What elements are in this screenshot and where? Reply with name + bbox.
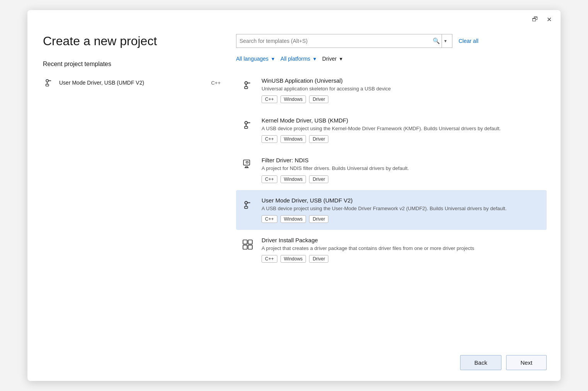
platform-filter-chevron: ▾ xyxy=(313,56,316,62)
language-filter[interactable]: All languages ▾ xyxy=(236,54,274,63)
tag-driver-0: Driver xyxy=(309,95,328,103)
svg-point-0 xyxy=(46,80,48,82)
tag-cpp-4: C++ xyxy=(262,255,277,263)
search-button[interactable]: 🔍 xyxy=(431,37,442,44)
templates-list: WinUSB Application (Universal) Universal… xyxy=(236,70,547,347)
template-desc-4: A project that creates a driver package … xyxy=(262,245,542,252)
template-info-3: User Mode Driver, USB (UMDF V2) A USB de… xyxy=(262,197,542,223)
template-name-4: Driver Install Package xyxy=(262,237,542,243)
template-tags-3: C++ Windows Driver xyxy=(262,215,542,223)
template-tags-0: C++ Windows Driver xyxy=(262,95,542,103)
tag-driver-1: Driver xyxy=(309,135,328,143)
type-filter-label: Driver xyxy=(322,56,336,62)
search-input[interactable] xyxy=(240,38,431,44)
svg-rect-7 xyxy=(245,87,248,88)
template-desc-0: Universal application skeleton for acces… xyxy=(262,85,542,92)
platform-filter[interactable]: All platforms ▾ xyxy=(280,54,316,63)
tag-windows-3: Windows xyxy=(280,215,306,223)
clear-all-button[interactable]: Clear all xyxy=(459,38,478,44)
template-item-4[interactable]: Driver Install Package A project that cr… xyxy=(236,230,547,270)
filter-row: All languages ▾ All platforms ▾ Driver ▾ xyxy=(236,54,547,63)
template-name-2: Filter Driver: NDIS xyxy=(262,157,542,163)
template-item-1[interactable]: Kernel Mode Driver, USB (KMDF) A USB dev… xyxy=(236,110,547,150)
svg-point-8 xyxy=(245,122,248,124)
close-button[interactable]: ✕ xyxy=(544,14,554,25)
tag-windows-4: Windows xyxy=(280,255,306,263)
svg-rect-22 xyxy=(243,245,247,249)
right-panel: 🔍 ▾ Clear all All languages ▾ All platfo… xyxy=(236,25,561,347)
tag-driver-2: Driver xyxy=(309,175,328,183)
template-desc-3: A USB device project using the User-Mode… xyxy=(262,205,542,212)
template-tags-2: C++ Windows Driver xyxy=(262,175,542,183)
recent-item[interactable]: User Mode Driver, USB (UMDF V2) C++ xyxy=(43,74,221,92)
tag-cpp-2: C++ xyxy=(262,175,277,183)
left-panel: Create a new project Recent project temp… xyxy=(27,25,236,347)
tag-cpp-0: C++ xyxy=(262,95,277,103)
back-button[interactable]: Back xyxy=(460,355,501,370)
svg-rect-15 xyxy=(246,162,248,163)
recent-section-title: Recent project templates xyxy=(43,61,221,68)
svg-rect-11 xyxy=(245,126,248,128)
template-desc-2: A project for NDIS filter drivers. Build… xyxy=(262,165,542,172)
language-filter-label: All languages xyxy=(236,56,269,62)
template-info-4: Driver Install Package A project that cr… xyxy=(262,237,542,263)
svg-rect-12 xyxy=(243,160,250,165)
tag-windows-1: Windows xyxy=(280,135,306,143)
template-desc-1: A USB device project using the Kernel-Mo… xyxy=(262,125,542,132)
template-tags-1: C++ Windows Driver xyxy=(262,135,542,143)
tag-cpp-3: C++ xyxy=(262,215,277,223)
footer: Back Next xyxy=(27,347,561,381)
template-name-3: User Mode Driver, USB (UMDF V2) xyxy=(262,197,542,204)
tag-windows-0: Windows xyxy=(280,95,306,103)
svg-point-4 xyxy=(245,82,248,84)
title-bar: 🗗 ✕ xyxy=(27,10,561,25)
template-info-1: Kernel Mode Driver, USB (KMDF) A USB dev… xyxy=(262,117,542,143)
template-name-1: Kernel Mode Driver, USB (KMDF) xyxy=(262,117,542,124)
platform-filter-label: All platforms xyxy=(280,56,310,62)
page-title: Create a new project xyxy=(43,34,221,48)
tag-windows-2: Windows xyxy=(280,175,306,183)
next-button[interactable]: Next xyxy=(506,355,547,370)
create-project-dialog: 🗗 ✕ Create a new project Recent project … xyxy=(27,10,561,381)
search-row: 🔍 ▾ Clear all xyxy=(236,34,547,48)
recent-item-lang: C++ xyxy=(211,80,221,86)
template-item-3[interactable]: User Mode Driver, USB (UMDF V2) A USB de… xyxy=(236,190,547,230)
type-filter[interactable]: Driver ▾ xyxy=(322,54,342,63)
driver-icon xyxy=(43,77,54,88)
template-tags-4: C++ Windows Driver xyxy=(262,255,542,263)
template-info-2: Filter Driver: NDIS A project for NDIS f… xyxy=(262,157,542,183)
svg-rect-3 xyxy=(46,84,49,86)
tag-driver-4: Driver xyxy=(309,255,328,263)
template-info-0: WinUSB Application (Universal) Universal… xyxy=(262,77,542,103)
recent-item-name: User Mode Driver, USB (UMDF V2) xyxy=(59,80,206,86)
template-name-0: WinUSB Application (Universal) xyxy=(262,77,542,84)
template-icon-3 xyxy=(241,198,255,212)
tag-cpp-1: C++ xyxy=(262,135,277,143)
template-icon-0 xyxy=(241,78,255,92)
svg-point-16 xyxy=(245,201,248,204)
language-filter-chevron: ▾ xyxy=(272,56,274,62)
svg-rect-21 xyxy=(248,240,252,244)
template-item-2[interactable]: Filter Driver: NDIS A project for NDIS f… xyxy=(236,150,547,190)
template-item-0[interactable]: WinUSB Application (Universal) Universal… xyxy=(236,70,547,110)
template-icon-2 xyxy=(241,158,255,172)
search-dropdown-button[interactable]: ▾ xyxy=(442,34,449,48)
svg-rect-23 xyxy=(248,245,252,249)
template-icon-1 xyxy=(241,118,255,132)
svg-rect-19 xyxy=(245,206,248,208)
search-box: 🔍 ▾ xyxy=(236,34,452,48)
type-filter-chevron: ▾ xyxy=(340,56,342,62)
tag-driver-3: Driver xyxy=(309,215,328,223)
template-icon-4 xyxy=(241,238,255,252)
minimize-button[interactable]: 🗗 xyxy=(530,14,540,25)
svg-rect-20 xyxy=(243,240,247,244)
main-content: Create a new project Recent project temp… xyxy=(27,25,561,347)
